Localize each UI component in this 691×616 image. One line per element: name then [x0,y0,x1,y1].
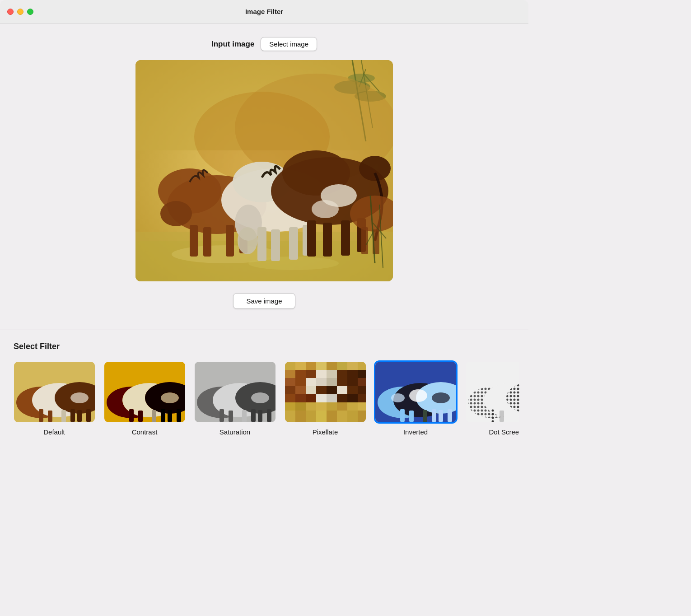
filter-section-title: Select Filter [9,342,519,351]
svg-point-62 [161,392,179,403]
svg-rect-97 [285,378,295,386]
filter-section: Select Filter Default [0,337,528,449]
svg-rect-82 [295,362,306,370]
input-image-row: Input image Select image [211,37,317,51]
svg-rect-104 [358,378,367,386]
svg-rect-36 [307,220,316,257]
svg-rect-146 [439,410,443,422]
svg-rect-21 [226,225,234,257]
horse-painting [135,60,393,281]
svg-rect-134 [337,411,347,424]
svg-rect-87 [347,362,358,370]
svg-rect-89 [285,370,295,378]
filter-default[interactable]: Default [9,360,99,436]
filter-thumbnail-pixellate [284,360,367,424]
svg-point-51 [70,392,89,403]
filter-label-contrast: Contrast [132,428,158,436]
svg-point-35 [359,156,391,181]
filter-saturation[interactable]: Saturation [190,360,280,436]
svg-rect-37 [323,223,332,257]
svg-rect-129 [285,411,295,424]
section-divider [0,330,528,330]
svg-rect-84 [316,362,327,370]
svg-rect-115 [306,394,316,402]
svg-rect-67 [168,410,172,422]
svg-rect-86 [337,362,347,370]
svg-rect-99 [306,378,316,386]
main-content: Input image Select image [0,23,528,322]
svg-rect-53 [48,411,52,422]
svg-rect-29 [289,227,298,260]
filter-inverted[interactable]: Inverted [370,360,461,436]
filter-label-saturation: Saturation [219,428,250,436]
select-image-button[interactable]: Select image [261,37,317,51]
filters-row: Default Contrast [9,360,519,436]
input-image-label: Input image [211,40,254,49]
svg-rect-27 [257,227,266,261]
svg-rect-56 [77,410,82,422]
filter-thumbnail-saturation [193,360,277,424]
svg-rect-117 [327,394,337,402]
filter-label-default: Default [43,428,65,436]
svg-rect-94 [337,370,347,378]
svg-rect-52 [39,409,43,422]
svg-rect-100 [316,378,327,386]
svg-rect-113 [285,394,295,402]
svg-rect-131 [306,411,316,424]
svg-rect-106 [295,386,306,394]
filter-contrast[interactable]: Contrast [99,360,190,436]
window-title: Image Filter [245,8,283,15]
svg-rect-55 [70,409,75,422]
svg-rect-65 [152,410,156,422]
image-display [135,60,393,281]
svg-rect-83 [306,362,316,370]
svg-point-149 [391,393,405,402]
svg-rect-126 [337,402,347,411]
save-image-button[interactable]: Save image [233,293,295,309]
svg-rect-79 [267,409,271,422]
filter-pixellate[interactable]: Pixellate [280,360,370,436]
svg-rect-110 [337,386,347,394]
svg-rect-114 [295,394,306,402]
svg-rect-81 [285,362,295,370]
filter-thumbnail-dotscreen [464,360,520,424]
svg-rect-111 [347,386,358,394]
svg-rect-38 [341,220,350,256]
svg-rect-116 [316,394,327,402]
svg-rect-77 [251,409,256,422]
close-button[interactable] [7,9,14,15]
svg-point-73 [251,392,269,403]
svg-rect-145 [432,409,436,422]
svg-rect-20 [203,227,211,257]
svg-rect-108 [316,386,327,394]
svg-point-148 [409,389,427,402]
svg-rect-135 [347,411,358,424]
filter-dotscreen[interactable]: Dot Screen [461,360,519,436]
svg-rect-155 [490,409,495,422]
svg-rect-63 [129,409,134,422]
filter-thumbnail-inverted [374,360,458,424]
svg-rect-105 [285,386,295,394]
svg-rect-95 [347,370,358,378]
svg-rect-123 [306,402,316,411]
svg-rect-112 [358,386,367,394]
svg-rect-121 [285,402,295,411]
svg-rect-88 [358,362,367,370]
svg-rect-156 [500,411,504,422]
svg-rect-85 [327,362,337,370]
filter-label-pixellate: Pixellate [313,428,338,436]
minimize-button[interactable] [17,9,23,15]
svg-point-26 [238,227,257,254]
svg-rect-120 [358,394,367,402]
svg-rect-76 [242,410,247,422]
svg-point-141 [432,392,450,403]
filter-thumbnail-default [13,360,96,424]
maximize-button[interactable] [27,9,33,15]
svg-rect-133 [327,411,337,424]
svg-rect-128 [358,402,367,411]
svg-rect-91 [306,370,316,378]
svg-rect-125 [327,402,337,411]
svg-rect-119 [347,394,358,402]
svg-rect-107 [306,386,316,394]
svg-point-18 [160,201,192,226]
